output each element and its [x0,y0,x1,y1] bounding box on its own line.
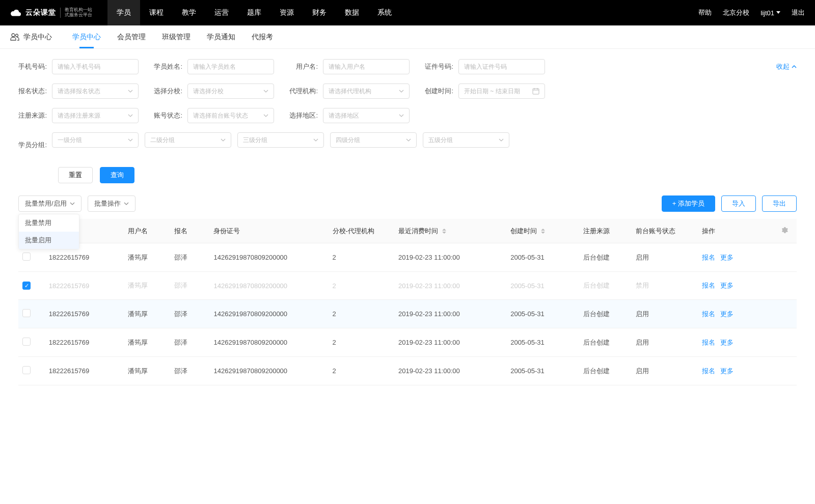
row-checkbox[interactable] [22,282,31,290]
group-select[interactable]: 五级分组 [423,132,509,148]
cell-idno: 14262919870809200000 [209,328,328,357]
cell-create-time: 2005-05-31 [506,300,579,328]
acct-status-select[interactable]: 请选择前台账号状态 [187,108,274,123]
col-status[interactable]: 前台账号状态 [632,219,697,243]
topnav-item[interactable]: 运营 [205,0,238,25]
create-time-picker[interactable]: 开始日期 ~ 结束日期 [458,83,545,99]
more-link[interactable]: 更多 [720,282,734,289]
topnav-item[interactable]: 资源 [270,0,303,25]
caret-down-icon [776,11,780,14]
col-ops: 操作 [698,219,777,243]
group-select[interactable]: 二级分组 [145,132,231,148]
brand-logo[interactable]: 云朵课堂 教育机构一站 式服务云平台 [10,8,92,18]
region-select[interactable]: 请选择地区 [323,108,410,123]
topbar: 云朵课堂 教育机构一站 式服务云平台 学员课程教学运营题库资源财务数据系统 帮助… [0,0,815,25]
collapse-toggle[interactable]: 收起 [776,62,797,71]
enroll-link[interactable]: 报名 [702,282,715,289]
row-checkbox[interactable] [22,253,31,261]
col-reg[interactable]: 报名 [170,219,210,243]
subnav-item[interactable]: 班级管理 [162,25,191,48]
reset-button[interactable]: 重置 [58,167,93,183]
students-table: 手机号 用户名 报名 身份证号 分校-代理机构 最近消费时间 创建时间 注册来源… [18,219,797,385]
subnav-item[interactable]: 学员通知 [207,25,235,48]
cell-status: 启用 [632,328,697,357]
sort-icon [442,229,446,234]
more-link[interactable]: 更多 [720,254,734,261]
chevron-down-icon [263,113,268,118]
more-link[interactable]: 更多 [720,339,734,346]
bulk-toggle-dropdown[interactable]: 批量禁用/启用 [18,195,82,212]
table-row: 18222615769潘筠厚邵泽142629198708092000002201… [18,357,797,385]
col-source[interactable]: 注册来源 [579,219,632,243]
table-row: 18222615769潘筠厚邵泽142629198708092000002201… [18,328,797,357]
cell-reg: 邵泽 [170,300,210,328]
bulk-ops-dropdown[interactable]: 批量操作 [88,195,135,212]
subnav-item[interactable]: 学员中心 [72,25,101,48]
chevron-up-icon [792,65,797,69]
filter-region: 选择地区: 请选择地区 [289,108,410,123]
enroll-link[interactable]: 报名 [702,367,715,375]
filter-row-2: 报名状态: 请选择报名状态 选择分校: 请选择分校 代理机构: 请选择代理机构 … [18,83,797,99]
cell-phone: 18222615769 [45,357,124,385]
cell-username: 潘筠厚 [124,328,170,357]
cell-username: 潘筠厚 [124,243,170,272]
topnav-item[interactable]: 教学 [173,0,205,25]
topnav-item[interactable]: 财务 [303,0,336,25]
subnav-item[interactable]: 代报考 [252,25,273,48]
idno-input[interactable] [458,59,545,74]
enroll-link[interactable]: 报名 [702,310,715,318]
col-branch[interactable]: 分校-代理机构 [329,219,394,243]
more-link[interactable]: 更多 [720,367,734,375]
more-link[interactable]: 更多 [720,310,734,318]
topnav-item[interactable]: 课程 [140,0,173,25]
name-input[interactable] [187,59,274,74]
filter-username: 用户名: [289,59,410,74]
username-input[interactable] [323,59,410,74]
row-checkbox[interactable] [22,366,31,374]
filter-reg-source: 注册来源: 请选择注册来源 [18,108,139,123]
chevron-down-icon [221,137,226,143]
cell-idno: 14262919870809200000 [209,272,328,300]
cell-ops: 报名更多 [698,357,777,385]
topnav-item[interactable]: 系统 [368,0,401,25]
cell-last-consume: 2019-02-23 11:00:00 [394,328,506,357]
logout-link[interactable]: 退出 [792,8,805,17]
cell-last-consume: 2019-02-23 11:00:00 [394,300,506,328]
query-button[interactable]: 查询 [100,167,134,183]
export-button[interactable]: 导出 [762,195,797,212]
topnav-item[interactable]: 数据 [336,0,368,25]
branch-selector[interactable]: 北京分校 [723,8,749,17]
import-button[interactable]: 导入 [721,195,756,212]
help-link[interactable]: 帮助 [698,8,712,17]
enroll-link[interactable]: 报名 [702,339,715,346]
col-username[interactable]: 用户名 [124,219,170,243]
cell-source: 后台创建 [579,357,632,385]
topnav-item[interactable]: 题库 [238,0,270,25]
filter-agent: 代理机构: 请选择代理机构 [289,83,410,99]
col-idno[interactable]: 身份证号 [209,219,328,243]
row-checkbox[interactable] [22,309,31,317]
col-last-consume[interactable]: 最近消费时间 [394,219,506,243]
enroll-link[interactable]: 报名 [702,254,715,261]
cell-last-consume: 2019-02-23 11:00:00 [394,357,506,385]
group-select[interactable]: 一级分组 [52,132,139,148]
bulk-toggle-menu: 批量禁用批量启用 [18,214,79,249]
add-student-button[interactable]: + 添加学员 [662,195,715,212]
col-create-time[interactable]: 创建时间 [506,219,579,243]
cell-branch: 2 [329,300,394,328]
dropdown-item[interactable]: 批量启用 [19,232,79,249]
phone-input[interactable] [52,59,139,74]
group-select[interactable]: 四级分组 [330,132,417,148]
topnav-item[interactable]: 学员 [107,0,140,25]
subnav-item[interactable]: 会员管理 [117,25,146,48]
row-checkbox[interactable] [22,338,31,346]
col-settings[interactable] [777,219,797,243]
dropdown-item[interactable]: 批量禁用 [19,214,79,232]
enroll-status-select[interactable]: 请选择报名状态 [52,83,139,99]
branch-select[interactable]: 请选择分校 [187,83,274,99]
group-select[interactable]: 三级分组 [237,132,324,148]
chevron-down-icon [499,137,504,143]
agent-select[interactable]: 请选择代理机构 [323,83,410,99]
user-menu[interactable]: lijt01 [760,9,780,17]
reg-source-select[interactable]: 请选择注册来源 [52,108,139,123]
